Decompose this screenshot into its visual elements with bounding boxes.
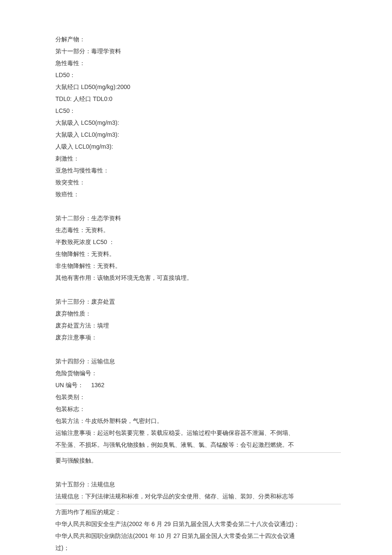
disposal-method: 废弃处置方法：填埋 — [55, 319, 341, 331]
biodegradability: 生物降解性：无资料。 — [55, 248, 341, 260]
acute-toxicity: 急性毒性： — [55, 57, 341, 69]
transport-precautions-1: 运输注意事项：起运时包装要完整，装载应稳妥。运输过程中要确保容器不泄漏、不倒塌、 — [55, 427, 341, 439]
disposal-precautions: 废弃注意事项： — [55, 331, 341, 343]
packaging-label: 包装标志： — [55, 403, 341, 415]
section15-title: 第十五部分：法规信息 — [55, 478, 341, 490]
rat-inhale-lc50: 大鼠吸入 LC50(mg/m3): — [55, 117, 341, 129]
other-harmful: 其他有害作用：该物质对环境无危害，可直接填埋。 — [55, 272, 341, 284]
human-inhale-lcl0: 人吸入 LCL0(mg/m3): — [55, 141, 341, 152]
lc50-median: 半数致死浓度 LC50 ： — [55, 236, 341, 248]
packaging-category: 包装类别： — [55, 391, 341, 403]
transport-precautions-2: 不坠落、不损坏。与强氧化物接触，例如臭氧、液氧、氯、高锰酸等：会引起激烈燃烧。不 — [55, 439, 341, 451]
law-safety-production: 中华人民共和国安全生产法(2002 年 6 月 29 日第九届全国人大常委会第二… — [55, 518, 341, 530]
non-biodegradability: 非生物降解性：无资料。 — [55, 260, 341, 272]
section12-title: 第十二部分：生态学资料 — [55, 212, 341, 224]
ecotoxicity: 生态毒性：无资料。 — [55, 224, 341, 236]
lc50-label: LC50： — [55, 105, 341, 117]
law-occupational-disease-2: 过)； — [55, 542, 341, 554]
packaging-method: 包装方法：牛皮纸外塑料袋，气密封口。 — [55, 415, 341, 427]
decomposition-products: 分解产物： — [55, 33, 341, 45]
carcinogenicity: 致癌性： — [55, 188, 341, 200]
transport-precautions-3: 要与强酸接触。 — [55, 454, 341, 466]
waste-nature: 废弃物性质： — [55, 308, 341, 319]
rat-inhale-lcl0: 大鼠吸入 LCL0(mg/m3): — [55, 129, 341, 141]
regulatory-info-2: 方面均作了相应的规定： — [55, 506, 341, 518]
section13-title: 第十三部分：废弃处置 — [55, 296, 341, 308]
law-occupational-disease-1: 中华人民共和国职业病防治法(2001 年 10 月 27 日第九届全国人大常委会… — [55, 530, 341, 542]
un-number: UN 编号： 1362 — [55, 379, 341, 391]
dangerous-goods-no: 危险货物编号： — [55, 367, 341, 379]
section11-title: 第十一部分：毒理学资料 — [55, 45, 341, 57]
ld50-label: LD50： — [55, 69, 341, 81]
regulatory-info-1: 法规信息：下列法律法规和标准，对化学品的安全使用、储存、运输、装卸、分类和标志等 — [55, 490, 341, 502]
section14-title: 第十四部分：运输信息 — [55, 355, 341, 367]
rat-oral-ld50: 大鼠经口 LD50(mg/kg):2000 — [55, 81, 341, 93]
mutagenicity: 致突变性： — [55, 176, 341, 188]
irritation: 刺激性： — [55, 152, 341, 164]
subacute-chronic: 亚急性与慢性毒性： — [55, 164, 341, 176]
tdl0: TDL0: 人经口 TDL0:0 — [55, 93, 341, 105]
